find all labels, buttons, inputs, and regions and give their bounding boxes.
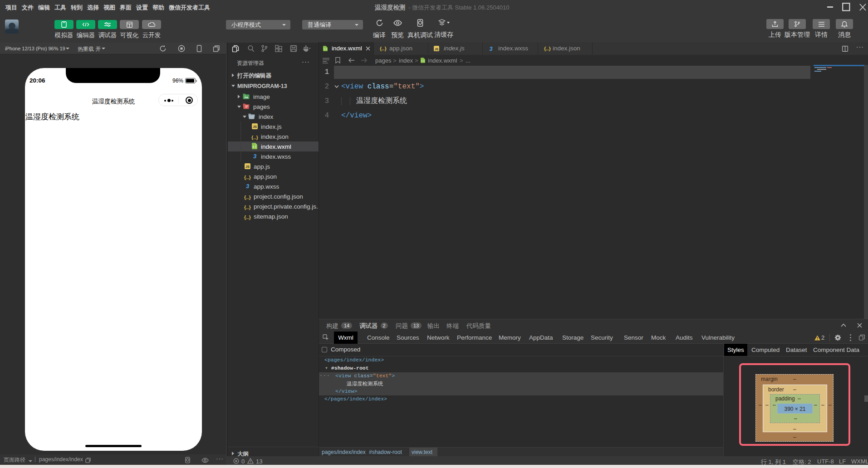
- svg-text:JS: JS: [435, 48, 439, 51]
- svg-text:3: 3: [253, 153, 257, 159]
- svg-text:JS: JS: [245, 165, 250, 169]
- svg-text:3: 3: [246, 183, 250, 189]
- svg-text:3: 3: [490, 46, 493, 51]
- svg-text:JS: JS: [253, 125, 257, 129]
